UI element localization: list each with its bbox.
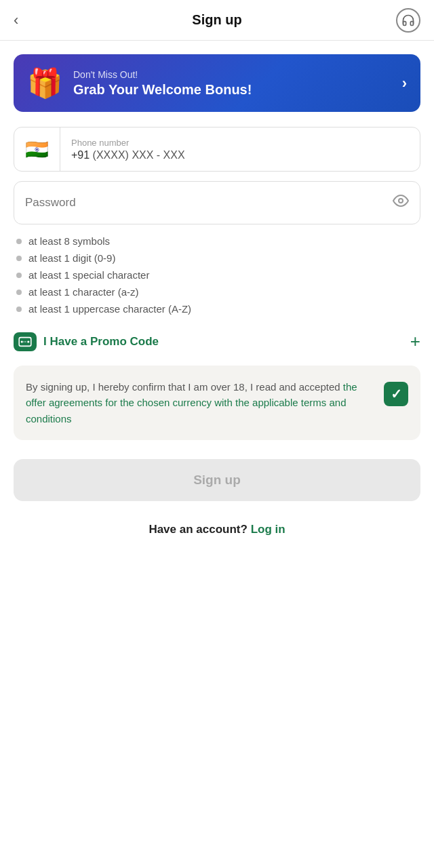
phone-prefix: +91 xyxy=(71,149,90,161)
banner-subtitle: Don't Miss Out! xyxy=(73,69,391,80)
phone-input-area[interactable]: Phone number +91 (XXXX) XXX - XXX xyxy=(60,131,420,168)
login-link[interactable]: Log in xyxy=(251,523,285,536)
req-dot-icon xyxy=(16,290,22,295)
eye-icon[interactable] xyxy=(393,193,409,213)
requirement-item: at least 1 character (a-z) xyxy=(16,286,420,298)
password-requirements: at least 8 symbols at least 1 digit (0-9… xyxy=(14,235,420,315)
req-text: at least 1 uppercase character (A-Z) xyxy=(28,303,191,315)
banner-text: Don't Miss Out! Grab Your Welcome Bonus! xyxy=(73,69,391,98)
footer-text: Have an account? Log in xyxy=(14,523,420,536)
password-field[interactable] xyxy=(14,181,420,224)
terms-text-before: By signing up, I hereby confirm that I a… xyxy=(26,381,343,393)
banner-arrow-icon: › xyxy=(402,75,407,92)
req-text: at least 1 character (a-z) xyxy=(28,286,139,298)
banner-title: Grab Your Welcome Bonus! xyxy=(73,82,391,98)
signup-button[interactable]: Sign up xyxy=(14,459,420,501)
india-flag-icon: 🇮🇳 xyxy=(25,138,49,161)
req-dot-icon xyxy=(16,239,22,244)
phone-field[interactable]: 🇮🇳 Phone number +91 (XXXX) XXX - XXX xyxy=(14,127,420,172)
requirement-item: at least 1 special character xyxy=(16,269,420,281)
checkmark-icon: ✓ xyxy=(391,386,402,402)
have-account-text: Have an account? xyxy=(149,523,248,536)
content-area: 🎁 Don't Miss Out! Grab Your Welcome Bonu… xyxy=(0,41,434,564)
requirement-item: at least 1 uppercase character (A-Z) xyxy=(16,303,420,315)
req-dot-icon xyxy=(16,256,22,261)
promo-icon xyxy=(14,332,37,351)
req-dot-icon xyxy=(16,307,22,312)
header: ‹ Sign up xyxy=(0,0,434,41)
gift-icon: 🎁 xyxy=(27,66,62,100)
req-dot-icon xyxy=(16,273,22,278)
svg-point-2 xyxy=(21,340,23,342)
terms-text: By signing up, I hereby confirm that I a… xyxy=(26,379,374,427)
svg-point-0 xyxy=(399,199,403,203)
req-text: at least 1 special character xyxy=(28,269,149,281)
promo-left: I Have a Promo Code xyxy=(14,332,159,351)
req-text: at least 1 digit (0-9) xyxy=(28,252,115,264)
terms-checkbox[interactable]: ✓ xyxy=(384,382,408,406)
welcome-bonus-banner[interactable]: 🎁 Don't Miss Out! Grab Your Welcome Bonu… xyxy=(14,54,420,112)
support-button[interactable] xyxy=(396,8,420,33)
phone-value: +91 (XXXX) XXX - XXX xyxy=(71,149,409,161)
requirement-item: at least 8 symbols xyxy=(16,235,420,247)
promo-label: I Have a Promo Code xyxy=(43,335,159,349)
requirement-item: at least 1 digit (0-9) xyxy=(16,252,420,264)
country-selector[interactable]: 🇮🇳 xyxy=(14,127,60,171)
back-button[interactable]: ‹ xyxy=(14,12,18,29)
terms-box: By signing up, I hereby confirm that I a… xyxy=(14,366,420,440)
phone-placeholder: (XXXX) XXX - XXX xyxy=(93,149,185,161)
phone-label: Phone number xyxy=(71,138,409,148)
svg-point-3 xyxy=(27,340,29,342)
promo-plus-icon[interactable]: + xyxy=(410,331,420,352)
password-input[interactable] xyxy=(25,196,393,210)
promo-code-row[interactable]: I Have a Promo Code + xyxy=(14,331,420,352)
req-text: at least 8 symbols xyxy=(28,235,110,247)
page-title: Sign up xyxy=(192,12,241,28)
